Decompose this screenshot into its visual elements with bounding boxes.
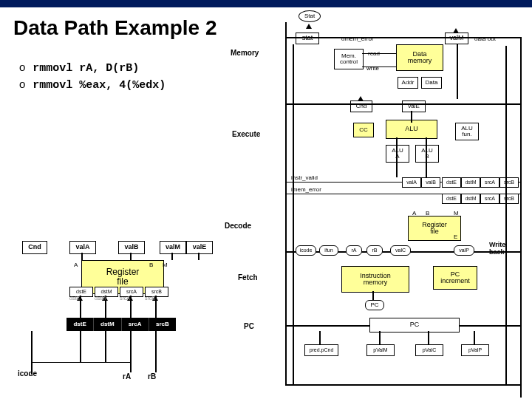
ifun-oval: ifun (319, 245, 338, 256)
wire (362, 66, 396, 67)
valM-box: valM (445, 33, 468, 44)
bullet: o (19, 78, 25, 90)
wire (362, 53, 396, 54)
bullet: o (19, 61, 25, 73)
rA-label-left: rA (123, 372, 131, 381)
wire (319, 331, 321, 344)
icode-oval: icode (296, 245, 316, 256)
stage-decode-label: Decode (225, 222, 251, 230)
selector-bar: dstE dstM srcA srcB (66, 318, 176, 331)
cnd-left: Cnd (22, 241, 47, 254)
valC-oval: valC (390, 245, 411, 256)
wire (379, 331, 381, 344)
srcB-port-b: srcB (499, 194, 519, 204)
valM-left: valM (160, 241, 186, 254)
pc-increment: PC increment (433, 266, 477, 290)
page-title: Data Path Example 2 (13, 16, 216, 40)
valB-port: valB (421, 177, 440, 188)
port-M: M (454, 210, 459, 216)
wire (457, 44, 458, 99)
pValC: pValC (415, 344, 443, 356)
stat-oval: Stat (299, 10, 321, 22)
header-bar (0, 0, 532, 7)
wire (155, 331, 157, 372)
pc-oval: PC (365, 300, 384, 310)
pValP: pValP (461, 344, 489, 356)
mem-control: Mem. control (334, 49, 364, 69)
valE-left: valE (186, 241, 213, 254)
top-rail (285, 37, 520, 38)
long-wire (293, 44, 294, 384)
pred-cnd: pred.pCnd (304, 344, 338, 356)
srcA-port: srcA (480, 177, 499, 188)
wire (80, 331, 81, 362)
sel-srcB: srcB (149, 318, 176, 331)
icode-label-left: icode (18, 369, 37, 378)
instr-valid-label: instr_valid (291, 174, 318, 181)
wire (31, 362, 131, 363)
wire (171, 253, 173, 260)
code-line-1: rmmovl rA, D(rB) (33, 62, 139, 75)
port-E: E (454, 233, 457, 240)
wire (426, 137, 427, 177)
dstM-port: dstM (461, 177, 480, 188)
rB-oval: rB (366, 245, 383, 256)
wire (130, 253, 132, 260)
spine-left (285, 22, 287, 384)
valP-oval: valP (454, 245, 474, 256)
port-B: B (426, 210, 429, 216)
srcB-port: srcB (499, 177, 519, 188)
wire (198, 253, 200, 260)
dstE-port: dstE (442, 177, 461, 188)
sel-dstM: dstM (94, 318, 121, 331)
stage-memory-label: Memory (231, 49, 259, 57)
wire (428, 331, 429, 344)
addr-box: Addr (398, 77, 418, 89)
long-wire (505, 46, 507, 384)
write-back-label: Write back (489, 241, 505, 256)
vale-box: valE (402, 100, 426, 112)
cc-box: CC (353, 123, 374, 137)
wire (474, 331, 475, 344)
valB-left: valB (118, 241, 145, 254)
spine-right (520, 37, 522, 398)
alu-a-box: ALU A (386, 145, 409, 163)
imem-error-label: imem_error (291, 186, 321, 193)
wire (31, 331, 33, 374)
stat-box: stat (296, 33, 319, 44)
port-A: A (412, 210, 416, 216)
data-box: Data (421, 77, 442, 89)
data-memory: Data memory (396, 44, 443, 71)
instruction-memory: Instruction memory (341, 266, 409, 293)
dstE-port-b: dstE (442, 194, 461, 204)
stage-execute-label: Execute (232, 130, 260, 138)
valA-left: valA (69, 241, 96, 254)
sel-dstE: dstE (66, 318, 94, 331)
wire (130, 331, 132, 372)
alu-b-box: ALU B (415, 145, 439, 163)
code-lines: ormmovl rA, D(rB) ormmovl %eax, 4(%edx) (19, 58, 166, 95)
wire (81, 253, 83, 260)
rB-label-left: rB (148, 372, 156, 381)
stage-fetch-label: Fetch (238, 273, 258, 282)
code-line-2: rmmovl %eax, 4(%edx) (33, 79, 166, 92)
dstM-port-b: dstM (461, 194, 480, 204)
sel-srcA: srcA (122, 318, 149, 331)
pValM: pValM (366, 344, 395, 356)
exe-rail (285, 103, 520, 105)
alu-fun-box: ALU fun. (455, 123, 479, 140)
cnd-box: Cnd (350, 100, 372, 112)
port-B-l: B (149, 262, 153, 268)
port-A-l: A (74, 262, 78, 268)
arrow (306, 24, 312, 29)
valA-port: valA (402, 177, 421, 188)
pc-big-box: PC (369, 318, 460, 332)
port-M-l: M (163, 262, 168, 268)
srcA-port-b: srcA (480, 194, 499, 204)
wire (396, 137, 398, 177)
rA-oval: rA (346, 245, 362, 256)
bottom-rail (285, 384, 520, 386)
arrow (453, 28, 459, 33)
arrow (358, 96, 364, 101)
stage-pc-label: PC (244, 322, 254, 330)
